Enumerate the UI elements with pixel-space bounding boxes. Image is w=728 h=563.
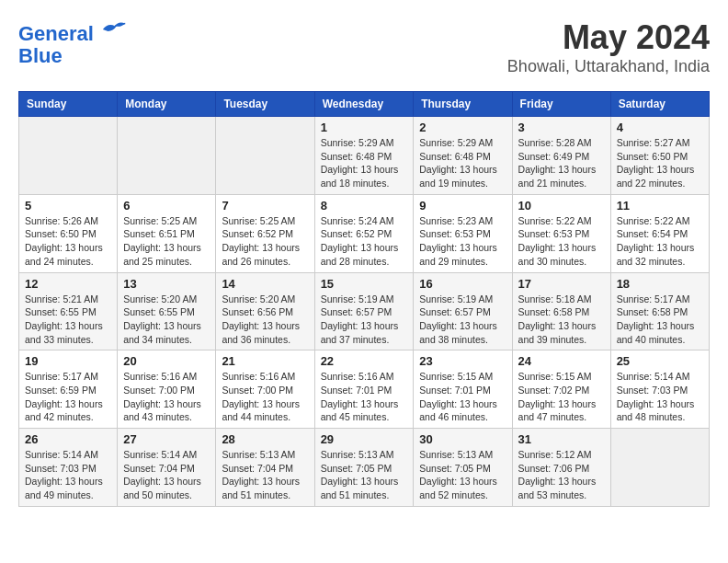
week-row-4: 19Sunrise: 5:17 AM Sunset: 6:59 PM Dayli… (19, 350, 710, 429)
logo-blue: Blue (18, 44, 63, 67)
day-cell: 9Sunrise: 5:23 AM Sunset: 6:53 PM Daylig… (414, 194, 512, 272)
day-cell: 29Sunrise: 5:13 AM Sunset: 7:05 PM Dayli… (314, 429, 414, 507)
day-info: Sunrise: 5:13 AM Sunset: 7:05 PM Dayligh… (321, 448, 408, 502)
day-cell: 17Sunrise: 5:18 AM Sunset: 6:58 PM Dayli… (512, 272, 610, 350)
page-header: General Blue May 2024 Bhowali, Uttarakha… (18, 18, 710, 76)
day-info: Sunrise: 5:18 AM Sunset: 6:58 PM Dayligh… (518, 293, 605, 347)
day-info: Sunrise: 5:12 AM Sunset: 7:06 PM Dayligh… (518, 448, 605, 502)
day-info: Sunrise: 5:22 AM Sunset: 6:53 PM Dayligh… (518, 214, 605, 269)
day-cell: 28Sunrise: 5:13 AM Sunset: 7:04 PM Dayli… (216, 429, 314, 507)
day-cell: 14Sunrise: 5:20 AM Sunset: 6:56 PM Dayli… (216, 272, 314, 350)
day-number: 20 (123, 354, 210, 368)
day-number: 13 (123, 277, 210, 291)
day-number: 3 (518, 121, 605, 134)
day-info: Sunrise: 5:19 AM Sunset: 6:57 PM Dayligh… (419, 293, 506, 347)
day-cell: 31Sunrise: 5:12 AM Sunset: 7:06 PM Dayli… (512, 429, 610, 507)
day-cell (216, 117, 314, 195)
day-info: Sunrise: 5:28 AM Sunset: 6:49 PM Dayligh… (518, 136, 605, 190)
day-cell (19, 117, 118, 195)
col-header-monday: Monday (118, 92, 216, 117)
day-number: 14 (222, 277, 308, 291)
day-info: Sunrise: 5:29 AM Sunset: 6:48 PM Dayligh… (321, 136, 408, 190)
day-number: 23 (419, 354, 506, 368)
day-number: 25 (617, 354, 703, 368)
day-number: 19 (25, 354, 111, 368)
day-info: Sunrise: 5:16 AM Sunset: 7:00 PM Dayligh… (222, 370, 308, 424)
day-number: 11 (617, 199, 703, 213)
day-cell: 20Sunrise: 5:16 AM Sunset: 7:00 PM Dayli… (118, 350, 216, 429)
day-number: 24 (518, 354, 605, 368)
day-number: 28 (222, 432, 308, 446)
day-cell: 6Sunrise: 5:25 AM Sunset: 6:51 PM Daylig… (118, 194, 216, 272)
day-number: 4 (617, 121, 703, 134)
day-cell: 23Sunrise: 5:15 AM Sunset: 7:01 PM Dayli… (414, 350, 512, 429)
day-cell: 7Sunrise: 5:25 AM Sunset: 6:52 PM Daylig… (216, 194, 314, 272)
day-cell: 13Sunrise: 5:20 AM Sunset: 6:55 PM Dayli… (118, 272, 216, 350)
day-number: 2 (419, 121, 506, 134)
day-cell: 5Sunrise: 5:26 AM Sunset: 6:50 PM Daylig… (19, 194, 118, 272)
logo-general: General (18, 22, 94, 45)
day-cell: 24Sunrise: 5:15 AM Sunset: 7:02 PM Dayli… (512, 350, 610, 429)
day-cell: 12Sunrise: 5:21 AM Sunset: 6:55 PM Dayli… (19, 272, 118, 350)
day-number: 26 (25, 432, 111, 446)
day-info: Sunrise: 5:15 AM Sunset: 7:01 PM Dayligh… (419, 370, 506, 424)
week-row-1: 1Sunrise: 5:29 AM Sunset: 6:48 PM Daylig… (19, 117, 710, 195)
day-info: Sunrise: 5:26 AM Sunset: 6:50 PM Dayligh… (25, 214, 111, 269)
day-info: Sunrise: 5:20 AM Sunset: 6:56 PM Dayligh… (222, 293, 308, 347)
logo-bird-icon (101, 18, 129, 40)
day-number: 17 (518, 277, 605, 291)
day-number: 30 (419, 432, 506, 446)
day-info: Sunrise: 5:27 AM Sunset: 6:50 PM Dayligh… (617, 136, 703, 190)
day-cell: 2Sunrise: 5:29 AM Sunset: 6:48 PM Daylig… (414, 117, 512, 195)
day-number: 31 (518, 432, 605, 446)
day-number: 10 (518, 199, 605, 213)
day-info: Sunrise: 5:17 AM Sunset: 6:58 PM Dayligh… (617, 293, 703, 347)
day-info: Sunrise: 5:29 AM Sunset: 6:48 PM Dayligh… (419, 136, 506, 190)
day-info: Sunrise: 5:14 AM Sunset: 7:03 PM Dayligh… (25, 448, 111, 502)
col-header-saturday: Saturday (610, 92, 709, 117)
day-info: Sunrise: 5:14 AM Sunset: 7:04 PM Dayligh… (123, 448, 210, 502)
day-info: Sunrise: 5:13 AM Sunset: 7:04 PM Dayligh… (222, 448, 308, 502)
day-number: 18 (617, 277, 703, 291)
col-header-friday: Friday (512, 92, 610, 117)
calendar-header-row: SundayMondayTuesdayWednesdayThursdayFrid… (19, 92, 710, 117)
day-info: Sunrise: 5:16 AM Sunset: 7:00 PM Dayligh… (123, 370, 210, 424)
day-cell (610, 429, 709, 507)
day-cell: 27Sunrise: 5:14 AM Sunset: 7:04 PM Dayli… (118, 429, 216, 507)
day-cell: 15Sunrise: 5:19 AM Sunset: 6:57 PM Dayli… (314, 272, 414, 350)
col-header-tuesday: Tuesday (216, 92, 314, 117)
calendar-table: SundayMondayTuesdayWednesdayThursdayFrid… (18, 91, 710, 507)
day-cell: 16Sunrise: 5:19 AM Sunset: 6:57 PM Dayli… (414, 272, 512, 350)
day-info: Sunrise: 5:25 AM Sunset: 6:52 PM Dayligh… (222, 214, 308, 269)
day-cell: 19Sunrise: 5:17 AM Sunset: 6:59 PM Dayli… (19, 350, 118, 429)
day-info: Sunrise: 5:25 AM Sunset: 6:51 PM Dayligh… (123, 214, 210, 269)
day-number: 21 (222, 354, 308, 368)
day-info: Sunrise: 5:23 AM Sunset: 6:53 PM Dayligh… (419, 214, 506, 269)
day-info: Sunrise: 5:20 AM Sunset: 6:55 PM Dayligh… (123, 293, 210, 347)
day-number: 22 (321, 354, 408, 368)
week-row-3: 12Sunrise: 5:21 AM Sunset: 6:55 PM Dayli… (19, 272, 710, 350)
day-number: 1 (321, 121, 408, 134)
day-cell: 30Sunrise: 5:13 AM Sunset: 7:05 PM Dayli… (414, 429, 512, 507)
day-info: Sunrise: 5:24 AM Sunset: 6:52 PM Dayligh… (321, 214, 408, 269)
day-cell: 18Sunrise: 5:17 AM Sunset: 6:58 PM Dayli… (610, 272, 709, 350)
col-header-thursday: Thursday (414, 92, 512, 117)
day-number: 29 (321, 432, 408, 446)
day-cell: 8Sunrise: 5:24 AM Sunset: 6:52 PM Daylig… (314, 194, 414, 272)
day-info: Sunrise: 5:17 AM Sunset: 6:59 PM Dayligh… (25, 370, 111, 424)
day-cell: 4Sunrise: 5:27 AM Sunset: 6:50 PM Daylig… (610, 117, 709, 195)
day-cell: 10Sunrise: 5:22 AM Sunset: 6:53 PM Dayli… (512, 194, 610, 272)
day-cell: 11Sunrise: 5:22 AM Sunset: 6:54 PM Dayli… (610, 194, 709, 272)
day-cell: 22Sunrise: 5:16 AM Sunset: 7:01 PM Dayli… (314, 350, 414, 429)
day-number: 27 (123, 432, 210, 446)
day-info: Sunrise: 5:21 AM Sunset: 6:55 PM Dayligh… (25, 293, 111, 347)
week-row-5: 26Sunrise: 5:14 AM Sunset: 7:03 PM Dayli… (19, 429, 710, 507)
col-header-sunday: Sunday (19, 92, 118, 117)
day-cell (118, 117, 216, 195)
day-cell: 26Sunrise: 5:14 AM Sunset: 7:03 PM Dayli… (19, 429, 118, 507)
day-info: Sunrise: 5:15 AM Sunset: 7:02 PM Dayligh… (518, 370, 605, 424)
day-cell: 21Sunrise: 5:16 AM Sunset: 7:00 PM Dayli… (216, 350, 314, 429)
day-cell: 25Sunrise: 5:14 AM Sunset: 7:03 PM Dayli… (610, 350, 709, 429)
day-info: Sunrise: 5:16 AM Sunset: 7:01 PM Dayligh… (321, 370, 408, 424)
day-number: 5 (25, 199, 111, 213)
